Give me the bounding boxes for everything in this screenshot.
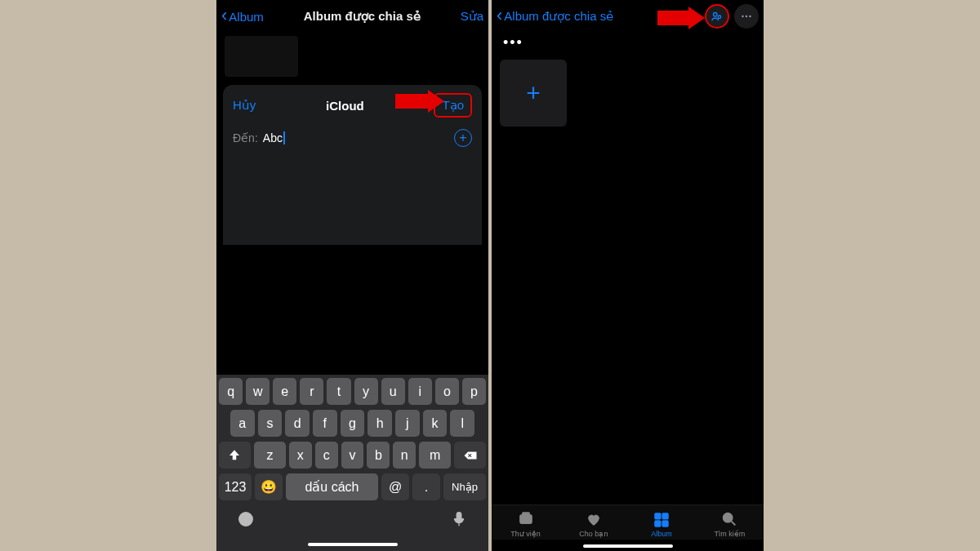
icloud-share-sheet: Hủy iCloud Tạo Đến: Abc + [223,85,482,245]
annotation-arrow-share [657,7,705,29]
key-v[interactable]: v [341,442,364,469]
key-k[interactable]: k [423,410,448,437]
globe-key[interactable] [237,510,255,531]
tab-label: Cho bạn [579,530,608,538]
to-label: Đến: [233,131,258,144]
key-s[interactable]: s [258,410,283,437]
numbers-key[interactable]: 123 [219,473,252,500]
add-recipient-button[interactable]: + [454,129,472,147]
keyboard: qwertyuiop asdfghjkl zxcvbnm 123 😀 dấu c… [216,375,488,551]
key-t[interactable]: t [327,378,350,405]
key-a[interactable]: a [230,410,255,437]
back-button[interactable]: ‹ Album được chia sẻ [497,7,613,26]
key-f[interactable]: f [313,410,337,437]
recipient-field[interactable]: Đến: Abc + [223,124,482,155]
key-q[interactable]: q [219,378,243,405]
emoji-key[interactable]: 😀 [255,473,283,500]
key-p[interactable]: p [462,378,486,405]
key-d[interactable]: d [285,410,310,437]
key-g[interactable]: g [341,410,365,437]
key-o[interactable]: o [435,378,459,405]
sheet-header: Hủy iCloud Tạo [223,85,482,124]
svg-point-4 [742,16,743,17]
svg-rect-12 [662,521,668,527]
dot-key[interactable]: . [412,473,440,500]
phone-right: ‹ Album được chia sẻ ••• + Thư [492,0,764,551]
key-i[interactable]: i [408,378,432,405]
photo-grid: + [492,53,764,133]
tab-label: Thư viện [510,530,541,538]
album-title-placeholder: ••• [492,33,764,53]
key-y[interactable]: y [354,378,378,405]
sheet-body [223,155,482,245]
album-thumbnail[interactable] [225,36,298,77]
content-spacer [216,245,488,375]
phone-left: ‹ Album Album được chia sẻ Sửa Hủy iClou… [216,0,488,551]
svg-point-5 [746,16,747,17]
shift-key[interactable] [219,442,251,469]
key-m[interactable]: m [419,442,451,469]
key-r[interactable]: r [300,378,323,405]
tab-label: Tìm kiếm [714,530,745,538]
at-key[interactable]: @ [381,473,409,500]
key-e[interactable]: e [273,378,296,405]
svg-rect-7 [519,515,532,524]
tab-library[interactable]: Thư viện [492,510,559,538]
svg-point-2 [714,13,718,17]
cancel-button[interactable]: Hủy [233,98,256,113]
key-h[interactable]: h [368,410,392,437]
back-label: Album được chia sẻ [504,9,613,24]
sheet-title: iCloud [326,99,364,113]
dictation-key[interactable] [450,510,468,531]
album-thumbnails [216,33,488,80]
svg-point-6 [749,16,751,17]
backspace-key[interactable] [454,442,486,469]
svg-rect-8 [522,513,529,515]
tab-bar: Thư viện Cho bạn Album Tìm kiếm [492,504,764,540]
home-indicator[interactable] [308,543,398,546]
key-c[interactable]: c [315,442,338,469]
tab-label: Album [651,530,672,538]
content-spacer [492,133,764,504]
shared-people-button[interactable] [705,4,729,29]
tab-album[interactable]: Album [628,510,696,538]
svg-rect-11 [655,521,661,527]
enter-key[interactable]: Nhập [443,473,486,500]
tutorial-comparison: ‹ Album Album được chia sẻ Sửa Hủy iClou… [216,0,764,551]
svg-point-13 [724,513,733,522]
svg-rect-10 [662,513,668,519]
to-value: Abc [263,131,283,144]
chevron-left-icon: ‹ [497,5,502,26]
edit-button[interactable]: Sửa [461,9,483,24]
home-indicator[interactable] [583,544,673,548]
key-w[interactable]: w [246,378,270,405]
svg-point-3 [718,16,720,18]
space-key[interactable]: dấu cách [286,473,378,500]
tab-search[interactable]: Tìm kiếm [696,510,764,538]
svg-rect-9 [655,513,661,519]
key-j[interactable]: j [395,410,420,437]
nav-bar-left: ‹ Album Album được chia sẻ Sửa [216,0,488,33]
back-label: Album [229,10,264,24]
back-button[interactable]: ‹ Album [221,7,264,26]
chevron-left-icon: ‹ [221,5,227,26]
nav-bar-right: ‹ Album được chia sẻ [492,0,764,33]
plus-icon: + [526,79,541,107]
key-x[interactable]: x [289,442,312,469]
keyboard-bottom-row [219,505,486,533]
tab-foryou[interactable]: Cho bạn [559,510,627,538]
text-cursor [283,131,285,144]
nav-title: Album được chia sẻ [264,9,461,24]
key-n[interactable]: n [393,442,416,469]
key-z[interactable]: z [254,442,286,469]
more-button[interactable] [734,4,759,29]
add-photo-card[interactable]: + [500,60,567,127]
key-u[interactable]: u [381,378,405,405]
key-l[interactable]: l [450,410,474,437]
annotation-arrow-create [395,90,444,113]
key-b[interactable]: b [367,442,390,469]
